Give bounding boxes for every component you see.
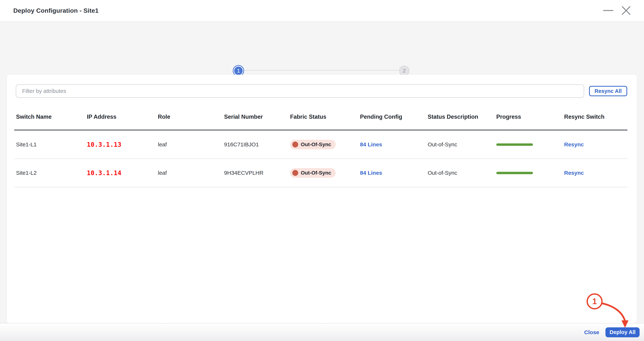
table-toolbar: Resync All (16, 84, 627, 98)
cell-switch-name: Site1-L2 (14, 170, 85, 176)
status-dot-icon (292, 170, 298, 176)
status-badge: Out-Of-Sync (290, 140, 336, 149)
column-header-progress: Progress (494, 114, 562, 120)
step-1-indicator[interactable]: 1 (234, 66, 243, 75)
column-header-fabric-status: Fabric Status (288, 114, 358, 120)
close-icon (620, 14, 632, 17)
cell-ip-address: 10.3.1.13 (85, 141, 156, 148)
cell-switch-name: Site1-L1 (14, 141, 85, 148)
cell-status-description: Out-of-Sync (426, 170, 494, 176)
cell-status-description: Out-of-Sync (426, 141, 494, 148)
switches-table: Switch Name IP Address Role Serial Numbe… (14, 104, 628, 187)
minimize-icon (602, 14, 615, 17)
cell-fabric-status: Out-Of-Sync (288, 168, 358, 178)
dialog-footer: Close Deploy All (0, 323, 644, 341)
table-header-row: Switch Name IP Address Role Serial Numbe… (14, 104, 628, 130)
resync-link[interactable]: Resync (564, 141, 584, 147)
column-header-status-description: Status Description (426, 114, 494, 120)
step-2-indicator[interactable]: 2 (399, 66, 410, 76)
deploy-all-button[interactable]: Deploy All (606, 327, 640, 337)
cell-serial-number: 916C71IBJO1 (222, 141, 288, 148)
status-badge: Out-Of-Sync (290, 168, 336, 178)
dialog-header: Deploy Configuration - Site1 (0, 0, 644, 22)
cell-serial-number: 9H34ECVPLHR (222, 170, 288, 176)
cell-role: leaf (156, 141, 222, 148)
column-header-role: Role (156, 114, 222, 120)
column-header-pending-config: Pending Config (358, 114, 426, 120)
cell-pending-config: 84 Lines (358, 141, 426, 148)
progress-bar-fill (496, 143, 533, 146)
cell-progress (494, 143, 562, 146)
cell-resync: Resync (562, 141, 628, 148)
progress-bar (496, 143, 533, 146)
config-preview-panel: Resync All Switch Name IP Address Role S… (7, 75, 637, 323)
close-button[interactable] (620, 4, 632, 17)
table-row: Site1-L2 10.3.1.14 leaf 9H34ECVPLHR Out-… (14, 159, 628, 187)
cell-ip-address: 10.3.1.14 (85, 169, 156, 177)
cell-fabric-status: Out-Of-Sync (288, 140, 358, 149)
status-dot-icon (292, 142, 298, 147)
progress-bar-fill (496, 172, 533, 174)
status-badge-label: Out-Of-Sync (301, 142, 331, 147)
footer-close-button[interactable]: Close (584, 329, 599, 336)
column-header-resync-switch: Resync Switch (562, 114, 628, 120)
cell-pending-config: 84 Lines (358, 170, 426, 176)
cell-resync: Resync (562, 170, 628, 176)
resync-all-button[interactable]: Resync All (589, 86, 627, 96)
pending-config-link[interactable]: 84 Lines (360, 141, 382, 147)
status-badge-label: Out-Of-Sync (301, 170, 331, 176)
cell-progress (494, 172, 562, 174)
wizard-stepper: 1 Config Preview 2 Deploy Progress (0, 28, 644, 68)
resync-link[interactable]: Resync (564, 170, 584, 176)
progress-bar (496, 172, 533, 174)
column-header-switch-name: Switch Name (14, 114, 85, 120)
column-header-serial-number: Serial Number (222, 114, 288, 120)
minimize-button[interactable] (602, 4, 615, 17)
table-row: Site1-L1 10.3.1.13 leaf 916C71IBJO1 Out-… (14, 130, 628, 159)
pending-config-link[interactable]: 84 Lines (360, 170, 382, 176)
dialog-title: Deploy Configuration - Site1 (13, 7, 99, 14)
cell-role: leaf (156, 170, 222, 176)
column-header-ip-address: IP Address (85, 114, 156, 120)
filter-input[interactable] (16, 84, 584, 98)
